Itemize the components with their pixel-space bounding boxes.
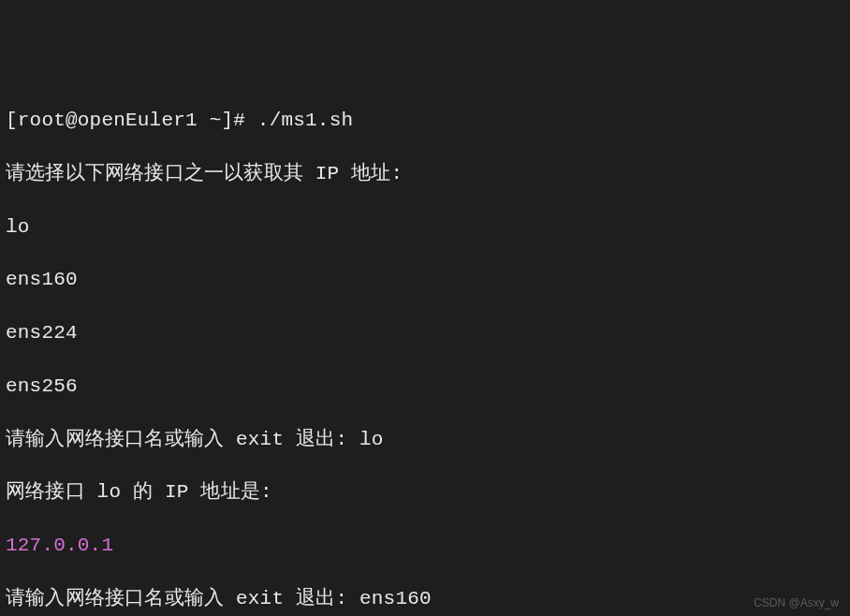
result-header-lo: 网络接口 lo 的 IP 地址是:: [6, 479, 844, 506]
select-prompt-text: 请选择以下网络接口之一以获取其 IP 地址:: [6, 161, 844, 187]
ip-address-lo-1: 127.0.0.1: [6, 533, 844, 559]
interface-option-ens224: ens224: [6, 320, 844, 346]
input-prompt-lo[interactable]: 请输入网络接口名或输入 exit 退出: lo: [6, 427, 844, 453]
interface-option-ens256: ens256: [6, 374, 844, 400]
interface-option-lo: lo: [6, 214, 844, 241]
command-prompt-line[interactable]: [root@openEuler1 ~]# ./ms1.sh: [6, 108, 844, 134]
watermark-text: CSDN @Asxy_w: [754, 595, 839, 610]
input-prompt-ens160[interactable]: 请输入网络接口名或输入 exit 退出: ens160: [6, 586, 844, 612]
interface-option-ens160: ens160: [6, 267, 844, 293]
